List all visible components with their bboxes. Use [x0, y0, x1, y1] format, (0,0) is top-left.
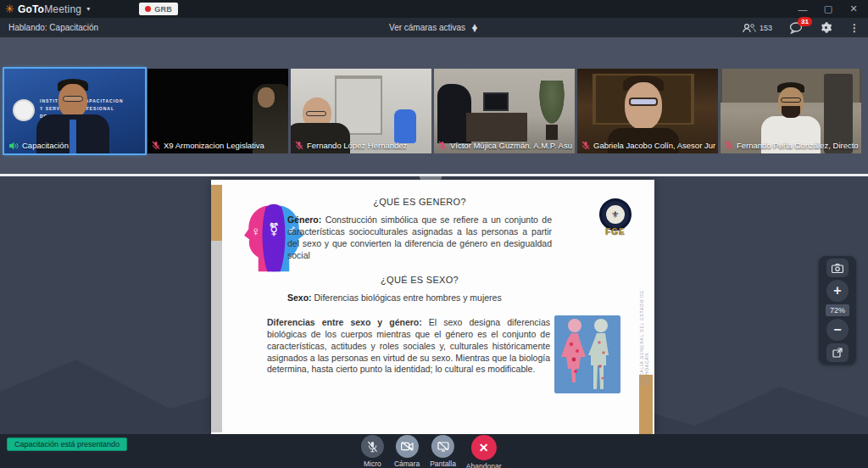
camera-icon — [832, 264, 843, 273]
brand-caret-icon: ▾ — [86, 5, 90, 13]
mic-muted-icon — [367, 441, 378, 453]
presentation-stage: ♀ ⚧ ♂ ¿QUÉ ES GENERO? Género: Construcci… — [0, 176, 868, 434]
window-controls: — ▢ ✕ — [793, 3, 863, 14]
bottom-bar: Capacitación está presentando Micro Cáma… — [0, 434, 868, 468]
mic-muted-icon — [581, 141, 590, 150]
fge-eagle-icon: ⚜ — [606, 205, 625, 224]
camera-off-icon — [401, 442, 414, 451]
title-bar: ✳ GoToMeeting ▾ GRB — ▢ ✕ — [0, 0, 868, 18]
goto-flower-icon: ✳ — [5, 3, 14, 14]
participant-name-label: Fernando Peña González, Director de... — [725, 141, 859, 150]
camera-toggle-button[interactable]: Cámara — [394, 435, 420, 468]
call-controls: Micro Cámara Pantalla ✕ Abandonar — [361, 435, 502, 468]
screen-share-button[interactable]: Pantalla — [430, 435, 456, 468]
leave-meeting-button[interactable]: ✕ Abandonar — [466, 435, 502, 468]
participant-name-label: Fernando López Hernández — [295, 141, 407, 150]
slide-paragraph-sexo: Sexo: Diferencias biológicas entre hombr… — [287, 292, 552, 304]
slide-title-sexo: ¿QUÉ ES SEXO? — [287, 275, 552, 285]
svg-text:⚧: ⚧ — [269, 222, 280, 237]
zoom-in-button[interactable]: + — [826, 280, 849, 302]
zoom-out-button[interactable]: − — [826, 319, 849, 341]
recording-badge[interactable]: GRB — [139, 3, 178, 15]
slide-accent-stripe — [211, 185, 222, 241]
gotomeeting-menu[interactable]: ✳ GoToMeeting ▾ — [5, 3, 90, 15]
mic-muted-icon — [438, 141, 447, 150]
settings-button[interactable] — [820, 21, 832, 34]
viewer-zoom-panel: + 72% − — [819, 256, 856, 365]
participant-filmstrip: INSTITUTO DE CAPACITACION Y SERVICIO PRO… — [0, 37, 868, 174]
screen-share-icon — [437, 442, 449, 452]
participant-name-label: Víctor Mújica Guzmán. A.M.P. Asunt... — [438, 141, 572, 150]
participant-video-x9[interactable]: X9 Armonizacion Legislativa — [147, 69, 288, 153]
slide-vertical-watermark: FISCALÍA GENERAL DEL ESTADO DE MICHOACÁN — [639, 258, 649, 385]
participant-video-fernando-lopez[interactable]: Fernando López Hernández — [291, 69, 431, 153]
active-cameras-toggle[interactable]: Ver cámaras activas ▲▼ — [389, 23, 479, 32]
minimize-button[interactable]: — — [793, 4, 812, 14]
participant-name-label: Capacitación — [8, 141, 69, 150]
participant-video-fernando-pena[interactable]: Fernando Peña González, Director de... — [721, 69, 861, 153]
slide-paragraph-genero: Género: Construcción simbólica que se re… — [287, 214, 552, 261]
mic-muted-icon — [295, 141, 303, 150]
participant-name-label: Gabriela Jacobo Colín, Asesor Jurídico — [581, 141, 715, 150]
participant-name-label: X9 Armonizacion Legislativa — [152, 141, 264, 150]
chat-button[interactable]: 31 — [789, 22, 803, 34]
backdrop-logo — [13, 99, 35, 121]
shared-slide: ♀ ⚧ ♂ ¿QUÉ ES GENERO? Género: Construcci… — [211, 180, 654, 434]
close-button[interactable]: ✕ — [844, 3, 863, 14]
presenting-status-badge: Capacitación está presentando — [7, 437, 127, 451]
people-icon — [743, 23, 756, 33]
snapshot-button[interactable] — [826, 259, 849, 277]
speaking-now-label: Hablando: Capacitación — [8, 23, 98, 32]
more-options-button[interactable]: ⋮ — [849, 22, 860, 34]
record-dot-icon — [145, 6, 151, 12]
participants-button[interactable]: 153 — [743, 23, 772, 33]
zoom-level: 72% — [826, 304, 849, 316]
mic-muted-icon — [152, 141, 160, 150]
open-in-new-icon — [832, 348, 843, 358]
speaker-active-icon — [8, 142, 19, 150]
floral-figures-image — [554, 315, 620, 393]
participant-video-gabriela-jacobo[interactable]: Gabriela Jacobo Colín, Asesor Jurídico — [577, 69, 718, 153]
gotomeeting-window: ✳ GoToMeeting ▾ GRB — ▢ ✕ Hablando: Capa… — [0, 0, 868, 468]
pop-out-button[interactable] — [826, 343, 849, 362]
chevron-updown-icon: ▲▼ — [470, 25, 479, 31]
mic-toggle-button[interactable]: Micro — [361, 435, 384, 468]
slide-title-genero: ¿QUÉ ES GENERO? — [287, 197, 552, 207]
svg-text:♀: ♀ — [251, 224, 260, 238]
participant-video-capacitacion[interactable]: INSTITUTO DE CAPACITACION Y SERVICIO PRO… — [4, 69, 145, 153]
gear-icon — [820, 21, 832, 34]
participant-video-victor-mujica[interactable]: Víctor Mújica Guzmán. A.M.P. Asunt... — [434, 69, 575, 153]
participant-count: 153 — [760, 24, 772, 32]
fge-logo: ⚜ FGE — [597, 198, 634, 237]
meeting-toolbar: Hablando: Capacitación Ver cámaras activ… — [0, 18, 868, 37]
app-brand: GoToMeeting — [18, 3, 81, 15]
maximize-button[interactable]: ▢ — [819, 3, 837, 14]
slide-paragraph-diferencias: Diferencias entre sexo y género: El sexo… — [267, 317, 550, 376]
slide-accent-stripe — [211, 241, 222, 432]
chat-unread-badge: 31 — [798, 17, 812, 26]
close-x-icon: ✕ — [479, 442, 489, 454]
mic-muted-icon — [725, 141, 733, 150]
